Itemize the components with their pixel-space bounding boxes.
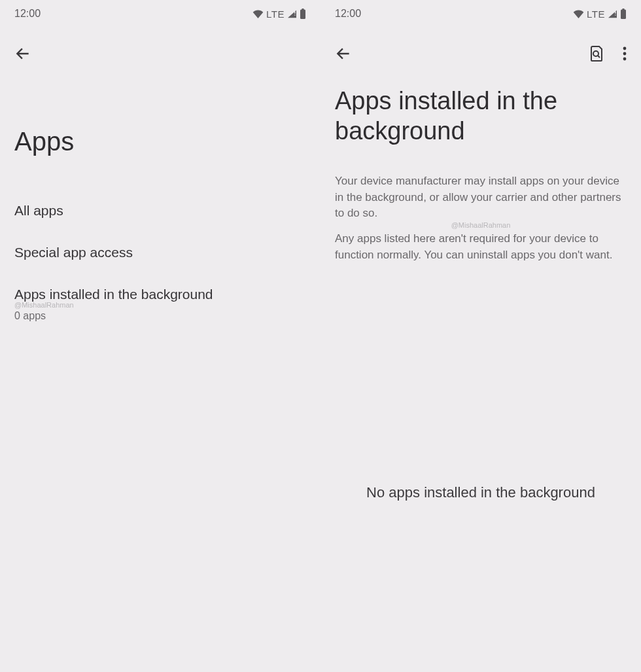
description-p1: Your device manufacturer may install app… (335, 173, 627, 222)
phone-right: 12:00 LTE App (320, 0, 641, 672)
svg-point-3 (615, 14, 615, 15)
svg-rect-2 (302, 9, 303, 10)
signal-icon (608, 10, 617, 18)
search-page-icon[interactable] (589, 45, 604, 62)
description-p2: Any apps listed here aren't required for… (335, 231, 627, 263)
svg-rect-1 (300, 10, 305, 19)
app-bar (335, 34, 627, 73)
page-title: Apps installed in the background (335, 86, 627, 146)
settings-list: All apps Special app access Apps install… (14, 190, 306, 335)
list-item-title: All apps (14, 203, 306, 219)
status-icons: LTE (573, 9, 627, 20)
status-icons: LTE (252, 9, 306, 20)
phone-left: 12:00 LTE Apps All apps Special app ac (0, 0, 320, 672)
description: Your device manufacturer may install app… (335, 173, 627, 263)
list-item-title: Special app access (14, 245, 306, 260)
watermark: @MishaalRahman (335, 221, 627, 231)
status-bar: 12:00 LTE (14, 0, 306, 22)
svg-rect-5 (622, 9, 624, 10)
list-item-title: Apps installed in the background (14, 287, 306, 302)
network-label: LTE (266, 9, 285, 20)
list-item-subtitle: 0 apps (14, 310, 306, 322)
wifi-icon (573, 10, 584, 18)
back-arrow-icon[interactable] (335, 45, 352, 62)
wifi-icon (252, 10, 264, 18)
svg-point-8 (623, 52, 627, 56)
back-arrow-icon[interactable] (14, 45, 31, 62)
more-vert-icon[interactable] (623, 46, 627, 61)
empty-state-message: No apps installed in the background (320, 484, 641, 501)
svg-rect-4 (621, 10, 626, 19)
battery-icon (620, 9, 627, 19)
app-bar (14, 34, 306, 73)
svg-point-7 (623, 47, 627, 50)
list-item-all-apps[interactable]: All apps (14, 190, 306, 232)
list-item-bg-installed[interactable]: Apps installed in the background @Mishaa… (14, 274, 306, 335)
network-label: LTE (587, 9, 605, 20)
svg-point-6 (593, 51, 598, 56)
svg-point-9 (623, 58, 627, 61)
page-title: Apps (14, 126, 306, 157)
status-bar: 12:00 LTE (335, 0, 627, 22)
battery-icon (300, 9, 306, 19)
signal-icon (287, 10, 297, 18)
list-item-special-access[interactable]: Special app access (14, 232, 306, 274)
status-time: 12:00 (14, 8, 41, 20)
svg-point-0 (294, 14, 295, 15)
status-time: 12:00 (335, 8, 361, 20)
